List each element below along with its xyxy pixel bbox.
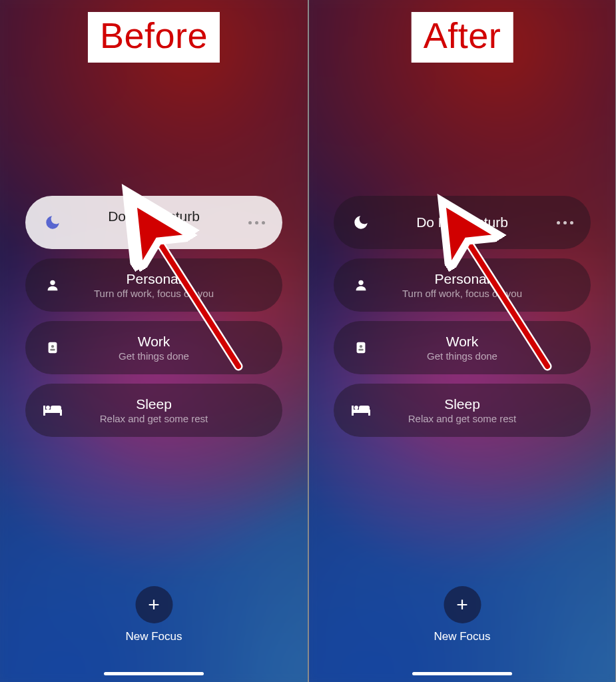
focus-work[interactable]: Work Get things done (334, 321, 591, 374)
focus-title: Personal (25, 270, 282, 288)
focus-subtitle: Turn off work, focus on you (25, 288, 282, 300)
focus-title: Work (25, 333, 282, 350)
focus-text: Personal Turn off work, focus on you (25, 270, 282, 300)
focus-work[interactable]: Work Get things done (25, 321, 282, 374)
home-indicator[interactable] (104, 672, 204, 675)
focus-list: Do Not Disturb Personal Turn off work, f… (334, 196, 591, 437)
focus-personal[interactable]: Personal Turn off work, focus on you (25, 258, 282, 312)
before-label: Before (88, 12, 220, 63)
new-focus: + New Focus (125, 586, 182, 643)
focus-subtitle: On (25, 225, 282, 238)
plus-icon: + (456, 593, 468, 616)
new-focus-label: New Focus (125, 630, 182, 643)
focus-text: Work Get things done (25, 333, 282, 363)
new-focus-label: New Focus (434, 630, 490, 643)
new-focus: + New Focus (434, 586, 490, 643)
ellipsis-icon[interactable] (248, 221, 265, 224)
focus-title: Do Not Disturb (25, 208, 282, 225)
focus-subtitle: Relax and get some rest (25, 413, 282, 426)
focus-title: Do Not Disturb (334, 214, 591, 231)
new-focus-button[interactable]: + (444, 586, 481, 623)
focus-text: Sleep Relax and get some rest (334, 396, 591, 426)
focus-title: Sleep (25, 396, 282, 413)
new-focus-button[interactable]: + (135, 586, 172, 623)
home-indicator[interactable] (412, 672, 512, 675)
focus-sleep[interactable]: Sleep Relax and get some rest (334, 384, 591, 437)
focus-title: Personal (334, 270, 591, 288)
focus-text: Do Not Disturb On (25, 208, 282, 238)
focus-title: Work (334, 333, 591, 350)
before-panel: Before Do Not Disturb On Personal Turn o… (0, 0, 308, 682)
focus-subtitle: Relax and get some rest (334, 413, 591, 426)
focus-list: Do Not Disturb On Personal Turn off work… (25, 196, 282, 437)
focus-do-not-disturb[interactable]: Do Not Disturb On (25, 196, 282, 249)
focus-subtitle: Get things done (334, 350, 591, 363)
focus-personal[interactable]: Personal Turn off work, focus on you (334, 258, 591, 312)
focus-subtitle: Get things done (25, 350, 282, 363)
focus-subtitle: Turn off work, focus on you (334, 288, 591, 300)
focus-text: Sleep Relax and get some rest (25, 396, 282, 426)
plus-icon: + (148, 593, 160, 616)
focus-sleep[interactable]: Sleep Relax and get some rest (25, 384, 282, 437)
ellipsis-icon[interactable] (557, 221, 573, 224)
focus-text: Work Get things done (334, 333, 591, 363)
focus-text: Do Not Disturb (334, 214, 591, 231)
focus-do-not-disturb[interactable]: Do Not Disturb (334, 196, 591, 249)
focus-title: Sleep (334, 396, 591, 413)
focus-text: Personal Turn off work, focus on you (334, 270, 591, 300)
after-label: After (412, 12, 513, 63)
after-panel: After Do Not Disturb Personal Turn off w… (308, 0, 615, 682)
